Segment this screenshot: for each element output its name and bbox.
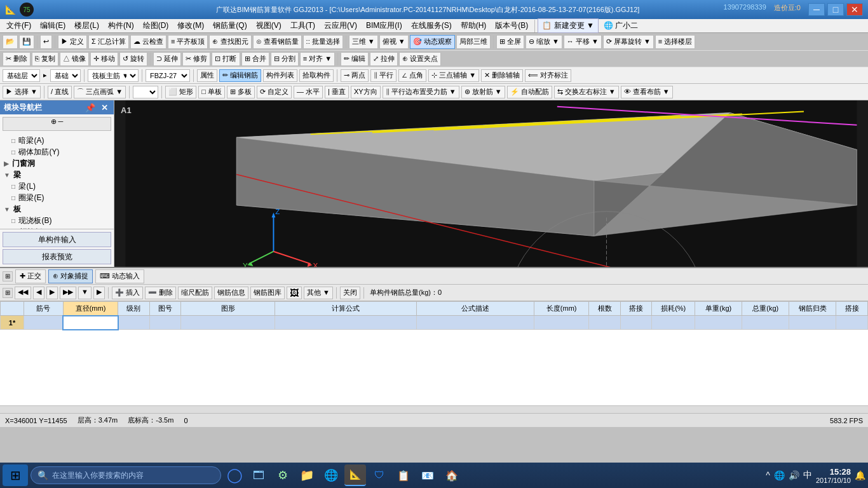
screen-rotate-btn[interactable]: ⟳ 屏幕旋转 ▼ (603, 35, 654, 49)
break-btn[interactable]: ⊡ 打断 (212, 52, 240, 66)
tree-item-dark-beam[interactable]: □ 暗梁(A) (1, 135, 112, 146)
menu-edit[interactable]: 编辑(E) (36, 19, 69, 32)
nav-first-btn[interactable]: ◀◀ (15, 287, 31, 299)
menu-draw[interactable]: 绘图(D) (139, 19, 173, 32)
point-angle-axis-btn[interactable]: ∠ 点角 (398, 69, 426, 82)
custom-btn[interactable]: ⟳ 自定义 (257, 86, 292, 98)
nav-dropdown-btn[interactable]: ▼ (78, 287, 92, 299)
delete-axis-btn[interactable]: ✕ 删除辅轴 (481, 69, 523, 82)
fullscreen-btn[interactable]: ⊞ 全屏 (496, 35, 524, 49)
pan-btn[interactable]: ↔ 平移 ▼ (564, 35, 602, 49)
menu-view[interactable]: 视图(V) (252, 19, 285, 32)
start-button[interactable]: ⊞ (3, 464, 28, 486)
view-rebar-btn[interactable]: ⊙ 查看钢筋量 (253, 35, 302, 49)
tray-input-icon[interactable]: 中 (803, 470, 812, 481)
menu-component[interactable]: 构件(N) (104, 19, 138, 32)
menu-tools[interactable]: 工具(T) (287, 19, 319, 32)
cell-lap2[interactable] (836, 316, 868, 330)
stretch-btn[interactable]: ⤢ 拉伸 (370, 52, 398, 66)
taskbar-file-btn[interactable]: 📁 (296, 464, 318, 486)
nav-pin-btn[interactable]: 📌 (85, 102, 96, 113)
radial-rebar-btn[interactable]: ⊛ 放射筋 ▼ (461, 86, 505, 98)
layer-select[interactable]: 基础层 (3, 69, 40, 82)
cell-rebar-no[interactable] (24, 316, 64, 330)
select-floor-btn[interactable]: ≡ 选择楼层 (655, 35, 695, 49)
taskbar-home-btn[interactable]: 🏠 (441, 464, 463, 486)
local-3d-btn[interactable]: 局部三维 (456, 35, 491, 49)
batch-select-btn[interactable]: :: 批量选择 (303, 35, 343, 49)
select-mode-btn[interactable]: ▶ 选择 ▼ (3, 86, 41, 98)
open-file-btn[interactable]: 📂 (3, 35, 18, 49)
cell-shape[interactable] (181, 316, 275, 330)
taskbar-gcl-btn[interactable]: 🛡 (369, 464, 390, 486)
dynamic-input-btn[interactable]: ⌨ 动态输入 (95, 269, 144, 283)
view-layout-btn[interactable]: 👁 查看布筋 ▼ (621, 86, 673, 98)
taskbar-gccp-btn[interactable]: 📋 (393, 464, 414, 486)
menu-new-change[interactable]: 📋 新建变更 ▼ (538, 18, 599, 33)
floor-type-select[interactable]: 基础 (50, 69, 81, 82)
align-top-btn[interactable]: ≡ 平齐板顶 (168, 35, 208, 49)
rebar-settings-icon[interactable]: ⊞ (3, 288, 13, 298)
multi-board-btn[interactable]: ⊞ 多板 (227, 86, 255, 98)
tree-item-cast-slab[interactable]: □ 现浇板(B) (1, 215, 112, 226)
menu-modify[interactable]: 修改(M) (173, 19, 208, 32)
taskbar-cortana-btn[interactable]: ◯ (224, 464, 245, 486)
mirror-btn[interactable]: △ 镜像 (60, 52, 89, 66)
taskbar-edge-btn[interactable]: 🌐 (320, 464, 342, 486)
align-btn[interactable]: ≡ 对齐 ▼ (300, 52, 335, 66)
zoom-btn[interactable]: ⊖ 缩放 ▼ (526, 35, 562, 49)
calc-btn[interactable]: Σ 汇总计算 (88, 35, 129, 49)
rebar-close-btn[interactable]: 关闭 (340, 287, 360, 299)
nav-last-btn[interactable]: ▶▶ (60, 287, 76, 299)
line-draw-btn[interactable]: / 直线 (48, 86, 72, 98)
tray-network-icon[interactable]: 🌐 (774, 470, 785, 480)
pick-component-btn[interactable]: 拾取构件 (299, 69, 334, 82)
nav-play-btn[interactable]: ▶ (93, 287, 105, 299)
delete-rebar-btn[interactable]: ➖ 删除 (145, 287, 176, 299)
minimize-button[interactable]: ─ (808, 3, 825, 16)
menu-guang-xiao[interactable]: 🌐 广小二 (600, 19, 642, 32)
undo-btn[interactable]: ↩ (40, 35, 52, 49)
cell-count[interactable] (589, 316, 620, 330)
insert-rebar-btn[interactable]: ➕ 插入 (112, 287, 143, 299)
rebar-id-select[interactable]: FBZJ-27 (146, 69, 190, 82)
menu-file[interactable]: 文件(F) (3, 19, 35, 32)
maximize-button[interactable]: □ (827, 3, 844, 16)
rebar-diagram-btn[interactable]: 钢筋图库 (250, 287, 285, 299)
shape-select[interactable] (133, 86, 158, 98)
properties-btn[interactable]: 属性 (197, 69, 217, 82)
single-component-input-btn[interactable]: 单构件输入 (3, 232, 111, 247)
copy-btn[interactable]: ⎘ 复制 (32, 52, 58, 66)
tray-up-arrow[interactable]: ^ (766, 470, 770, 480)
delete-btn[interactable]: ✂ 删除 (3, 52, 31, 66)
extend-btn[interactable]: ⊃ 延伸 (153, 52, 181, 66)
arc-draw-btn[interactable]: ⌒ 三点画弧 ▼ (74, 86, 126, 98)
snap-settings-icon[interactable]: ⊞ (3, 271, 13, 281)
find-elem-btn[interactable]: ⊕ 查找图元 (209, 35, 251, 49)
cell-unit-weight[interactable] (695, 316, 742, 330)
edit-btn[interactable]: ✏ 编辑 (341, 52, 369, 66)
cell-grade[interactable] (118, 316, 149, 330)
nav-next-btn[interactable]: ▶ (46, 287, 58, 299)
tree-group-slab[interactable]: ▼ 板 (1, 203, 112, 215)
cell-diameter[interactable] (63, 316, 118, 330)
parallel-axis-btn[interactable]: ∥ 平行 (370, 69, 397, 82)
component-type-select[interactable]: 筏板主筋 ▼ (88, 69, 139, 82)
tray-notification-icon[interactable]: 🔔 (855, 470, 865, 480)
taskbar-settings-btn[interactable]: ⚙ (272, 464, 294, 486)
set-grip-btn[interactable]: ⊕ 设置夹点 (399, 52, 441, 66)
horizontal-btn[interactable]: — 水平 (294, 86, 323, 98)
rebar-info-btn[interactable]: 钢筋信息 (214, 287, 248, 299)
taskbar-ggj-btn[interactable]: 📐 (344, 464, 366, 486)
top-view-btn[interactable]: 俯视 ▼ (379, 35, 409, 49)
cell-length[interactable] (534, 316, 588, 330)
tree-item-masonry-rebar[interactable]: □ 砌体加筋(Y) (1, 146, 112, 158)
tree-group-door-window[interactable]: ▶ 门窗洞 (1, 158, 112, 169)
cloud-check-btn[interactable]: ☁ 云检查 (130, 35, 166, 49)
move-btn[interactable]: ✛ 移动 (90, 52, 118, 66)
close-button[interactable]: ✕ (846, 3, 863, 16)
three-d-btn[interactable]: 三维 ▼ (349, 35, 378, 49)
vertical-btn[interactable]: | 垂直 (325, 86, 349, 98)
tray-volume-icon[interactable]: 🔊 (789, 470, 799, 480)
nav-prev-btn[interactable]: ◀ (33, 287, 44, 299)
